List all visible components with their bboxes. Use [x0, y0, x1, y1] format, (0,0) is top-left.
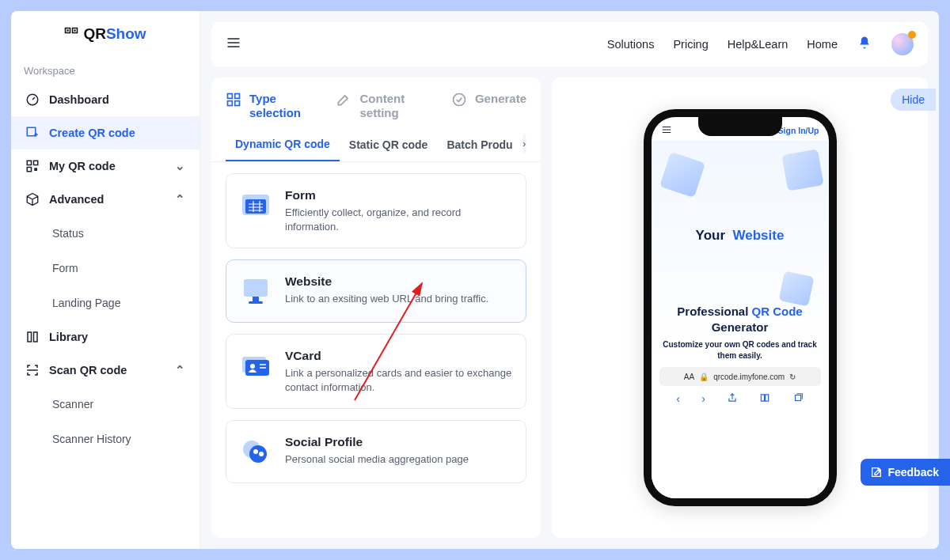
card-desc: Link to an exsiting web URL and bring tr… — [285, 292, 488, 306]
sidebar-item-create[interactable]: Create QR code — [11, 116, 200, 149]
step-type-selection[interactable]: Type selection — [226, 92, 317, 120]
sidebar-sub-scanner[interactable]: Scanner — [11, 387, 200, 422]
feedback-button[interactable]: Feedback — [861, 459, 950, 486]
svg-rect-8 — [27, 168, 31, 172]
logo[interactable]: QRShow — [11, 11, 200, 57]
sidebar-sub-form[interactable]: Form — [11, 251, 200, 286]
notifications-button[interactable] — [857, 35, 872, 54]
svg-rect-10 — [228, 94, 233, 99]
type-card-social[interactable]: Social Profile Personal social media agg… — [226, 420, 526, 483]
svg-rect-7 — [34, 161, 38, 165]
svg-point-22 — [250, 364, 255, 369]
card-title: Form — [285, 188, 513, 202]
user-avatar[interactable] — [891, 33, 914, 55]
svg-point-25 — [253, 449, 258, 454]
card-title: Social Profile — [285, 435, 469, 449]
chevron-up-icon: ⌃ — [175, 193, 185, 206]
qr-type-tabs: Dynamic QR code Static QR code Batch Pro… — [211, 127, 541, 162]
hamburger-icon — [661, 124, 672, 135]
edit-square-icon — [870, 466, 883, 479]
sidebar-item-label: My QR code — [49, 160, 116, 172]
phone-menu-button[interactable] — [661, 124, 672, 137]
svg-rect-16 — [245, 199, 266, 214]
sidebar-item-myqr[interactable]: My QR code ⌄ — [11, 149, 200, 183]
hide-preview-button[interactable]: Hide — [891, 89, 936, 111]
lock-icon: 🔒 — [699, 373, 709, 381]
step-label: Generate — [475, 92, 526, 106]
svg-point-24 — [249, 445, 267, 463]
decorative-cube — [778, 271, 814, 306]
svg-rect-12 — [228, 101, 233, 106]
svg-rect-19 — [249, 301, 263, 304]
tab-static[interactable]: Static QR code — [340, 127, 438, 161]
card-title: Website — [285, 274, 488, 289]
vcard-icon — [239, 349, 272, 382]
nav-pricing[interactable]: Pricing — [673, 38, 708, 51]
type-card-form[interactable]: Form Efficiently collect, organize, and … — [226, 173, 526, 248]
step-generate[interactable]: Generate — [451, 92, 526, 120]
type-card-vcard[interactable]: VCard Link a personalized cards and easi… — [226, 334, 526, 409]
phone-subtext: Customize your own QR codes and track th… — [659, 339, 821, 361]
book-icon[interactable] — [759, 392, 770, 406]
type-card-website[interactable]: Website Link to an exsiting web URL and … — [226, 259, 526, 323]
back-icon[interactable]: ‹ — [676, 392, 680, 405]
edit-icon — [336, 92, 352, 108]
svg-rect-2 — [67, 29, 69, 31]
sidebar-item-library[interactable]: Library — [11, 320, 200, 354]
tab-dynamic[interactable]: Dynamic QR code — [226, 127, 340, 161]
grid-icon — [226, 92, 241, 108]
svg-point-26 — [259, 452, 264, 456]
sidebar-sub-scanner-history[interactable]: Scanner History — [11, 422, 200, 456]
phone-mockup: Sign In/Up Your Website Profess — [644, 109, 837, 506]
svg-rect-3 — [74, 29, 76, 31]
sidebar-item-scan[interactable]: Scan QR code ⌃ — [11, 354, 200, 387]
sidebar-item-dashboard[interactable]: Dashboard — [11, 83, 200, 116]
svg-rect-18 — [253, 297, 259, 301]
library-icon — [25, 330, 40, 344]
menu-toggle-button[interactable] — [226, 35, 241, 54]
step-content-setting[interactable]: Content setting — [336, 92, 431, 120]
share-icon[interactable] — [727, 392, 738, 406]
create-icon — [25, 126, 40, 140]
phone-signin-link[interactable]: Sign In/Up — [778, 126, 819, 135]
hamburger-icon — [226, 35, 241, 51]
website-icon — [239, 274, 272, 308]
cube-icon — [25, 192, 40, 206]
phone-browser-nav: ‹ › — [659, 386, 821, 411]
nav-help[interactable]: Help&Learn — [728, 38, 788, 51]
svg-rect-13 — [235, 101, 240, 106]
qr-icon — [25, 159, 40, 173]
bell-icon — [857, 35, 872, 51]
scan-icon — [25, 363, 40, 377]
forward-icon[interactable]: › — [701, 392, 705, 405]
nav-home[interactable]: Home — [807, 38, 838, 51]
sidebar-item-label: Scan QR code — [49, 364, 127, 376]
sidebar-item-label: Dashboard — [49, 93, 109, 106]
chevron-right-icon: › — [522, 138, 526, 149]
svg-rect-11 — [235, 94, 240, 99]
svg-rect-27 — [795, 395, 800, 400]
check-circle-icon — [451, 92, 467, 108]
decorative-cube — [781, 149, 823, 191]
svg-rect-6 — [27, 161, 31, 165]
chevron-up-icon: ⌃ — [175, 364, 185, 376]
sidebar-item-advanced[interactable]: Advanced ⌃ — [11, 183, 200, 216]
tabs-scroll-right[interactable]: › — [522, 134, 526, 154]
sidebar: QRShow Workspace Dashboard Create QR cod… — [11, 11, 200, 549]
topbar: Solutions Pricing Help&Learn Home — [211, 22, 928, 66]
tab-batch[interactable]: Batch Produ — [437, 127, 522, 161]
step-label: Type selection — [249, 92, 317, 120]
decorative-cube — [659, 152, 705, 198]
reload-icon: ↻ — [789, 373, 796, 381]
nav-solutions[interactable]: Solutions — [607, 38, 655, 51]
social-icon — [239, 435, 272, 468]
sidebar-sub-status[interactable]: Status — [11, 216, 200, 251]
type-card-list[interactable]: Form Efficiently collect, organize, and … — [211, 162, 541, 538]
qr-logo-icon — [64, 27, 78, 41]
sidebar-sub-landing[interactable]: Landing Page — [11, 286, 200, 320]
tabs-icon[interactable] — [792, 392, 804, 406]
svg-rect-17 — [244, 279, 268, 297]
phone-address-bar[interactable]: AA 🔒 qrcode.imyfone.com ↻ — [659, 367, 821, 386]
phone-headline: Professional QR Code Generator — [659, 304, 821, 335]
dashboard-icon — [25, 93, 40, 107]
